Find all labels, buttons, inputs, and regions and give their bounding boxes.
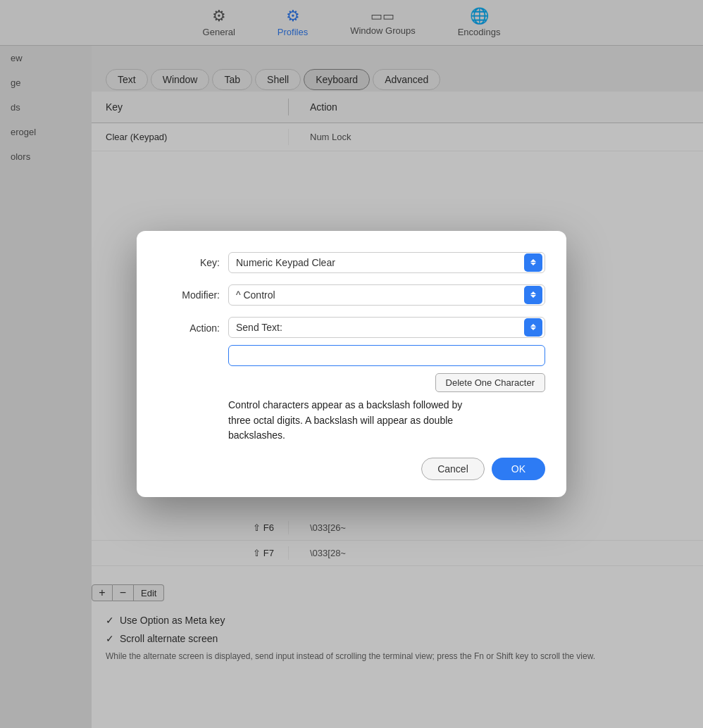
modal-description: Control characters appear as a backslash… [228, 398, 475, 444]
modal-action-label: Action: [158, 317, 228, 334]
modal-key-select-wrapper: Numeric Keypad Clear [228, 252, 545, 273]
cancel-button[interactable]: Cancel [421, 458, 485, 480]
modal-overlay: Key: Numeric Keypad Clear Modifier: ^ Co… [0, 0, 703, 728]
modal-key-label: Key: [158, 257, 228, 268]
delete-char-button[interactable]: Delete One Character [435, 373, 545, 392]
modal-key-row: Key: Numeric Keypad Clear [158, 252, 545, 273]
modal-text-input[interactable] [228, 345, 545, 366]
modal-modifier-row: Modifier: ^ Control [158, 284, 545, 306]
modal-key-select[interactable]: Numeric Keypad Clear [228, 252, 545, 273]
ok-button[interactable]: OK [492, 458, 545, 480]
modal-modifier-select[interactable]: ^ Control [228, 284, 545, 306]
modal-buttons: Cancel OK [158, 458, 545, 480]
modal-modifier-select-wrapper: ^ Control [228, 284, 545, 306]
modal-action-select[interactable]: Send Text: [228, 317, 545, 338]
modal-action-select-wrapper: Send Text: [228, 317, 545, 338]
modal-dialog: Key: Numeric Keypad Clear Modifier: ^ Co… [137, 231, 566, 497]
modal-modifier-label: Modifier: [158, 289, 228, 301]
modal-action-content: Send Text: Delete One Character [228, 317, 545, 392]
modal-action-row: Action: Send Text: Delete One Character [158, 317, 545, 392]
